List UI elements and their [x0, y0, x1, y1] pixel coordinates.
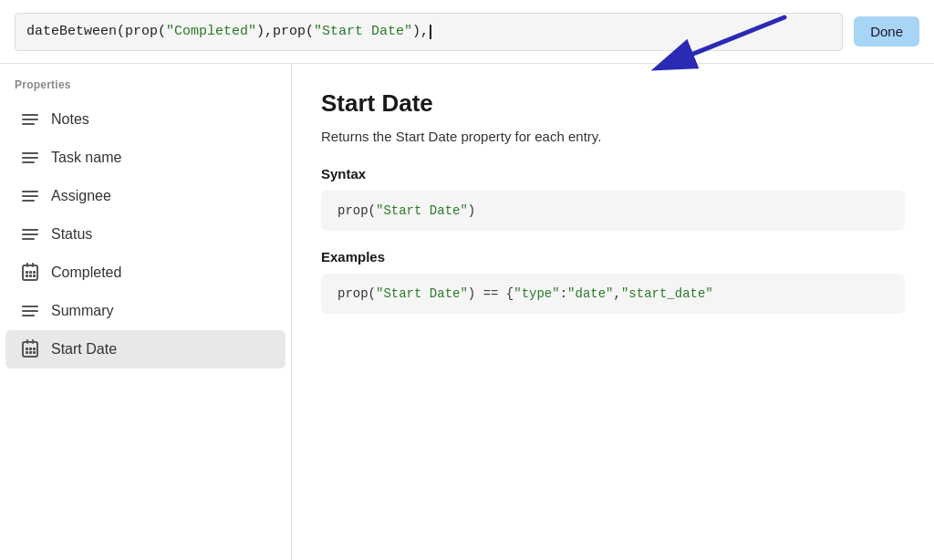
sidebar-item-label: Summary	[51, 303, 113, 319]
formula-completed-string: "Completed"	[166, 24, 256, 39]
property-title: Start Date	[321, 89, 905, 118]
calendar-icon	[20, 339, 40, 359]
sidebar-item-completed[interactable]: Completed	[5, 254, 285, 292]
syntax-close: )	[468, 203, 475, 218]
sidebar-item-label: Assignee	[51, 188, 111, 204]
sidebar-item-status[interactable]: Status	[5, 215, 285, 254]
examples-code-block: prop("Start Date") == {"type":"date","st…	[321, 274, 905, 314]
syntax-heading: Syntax	[321, 166, 905, 181]
sidebar-item-label: Task name	[51, 150, 121, 166]
main-content: Properties Notes Task name Assignee	[0, 64, 934, 560]
lines-icon	[20, 148, 40, 168]
formula-text-suffix: ),	[412, 24, 429, 39]
examples-heading: Examples	[321, 249, 905, 264]
formula-startdate-string: "Start Date"	[314, 24, 412, 39]
syntax-code-block: prop("Start Date")	[321, 191, 905, 231]
sidebar-item-assignee[interactable]: Assignee	[5, 177, 285, 215]
right-panel: Start Date Returns the Start Date proper…	[292, 64, 934, 560]
sidebar-item-task-name[interactable]: Task name	[5, 139, 285, 177]
example-startdate-key: "start_date"	[621, 286, 713, 301]
sidebar-item-summary[interactable]: Summary	[5, 292, 285, 330]
formula-bar: dateBetween(prop("Completed"),prop("Star…	[0, 0, 934, 64]
formula-text-prefix: dateBetween(prop(	[26, 24, 166, 39]
sidebar-item-label: Notes	[51, 111, 89, 128]
formula-cursor	[430, 25, 431, 39]
sidebar-title: Properties	[0, 78, 291, 100]
sidebar-item-notes[interactable]: Notes	[5, 100, 285, 139]
lines-icon	[20, 109, 40, 130]
calendar-icon	[20, 263, 40, 283]
example-string: "Start Date"	[376, 286, 468, 301]
example-type-val: "date"	[567, 286, 613, 301]
lines-icon	[20, 224, 40, 244]
example-prop: prop(	[337, 286, 376, 301]
formula-text-comma1: ),prop(	[256, 24, 314, 39]
syntax-prop: prop(	[337, 203, 376, 218]
lines-icon	[20, 301, 40, 321]
done-button[interactable]: Done	[854, 16, 919, 47]
formula-input[interactable]: dateBetween(prop("Completed"),prop("Star…	[15, 13, 843, 51]
syntax-string: "Start Date"	[376, 203, 468, 218]
lines-icon	[20, 186, 40, 206]
sidebar-item-label: Completed	[51, 264, 121, 281]
sidebar: Properties Notes Task name Assignee	[0, 64, 292, 560]
sidebar-item-label: Status	[51, 226, 92, 243]
property-description: Returns the Start Date property for each…	[321, 127, 905, 148]
sidebar-item-start-date[interactable]: Start Date	[5, 330, 285, 368]
example-operator: ) == {	[468, 286, 514, 301]
example-type-key: "type"	[514, 286, 559, 301]
sidebar-item-label: Start Date	[51, 341, 117, 358]
example-comma: ,	[614, 286, 621, 301]
example-colon1: :	[560, 286, 567, 301]
